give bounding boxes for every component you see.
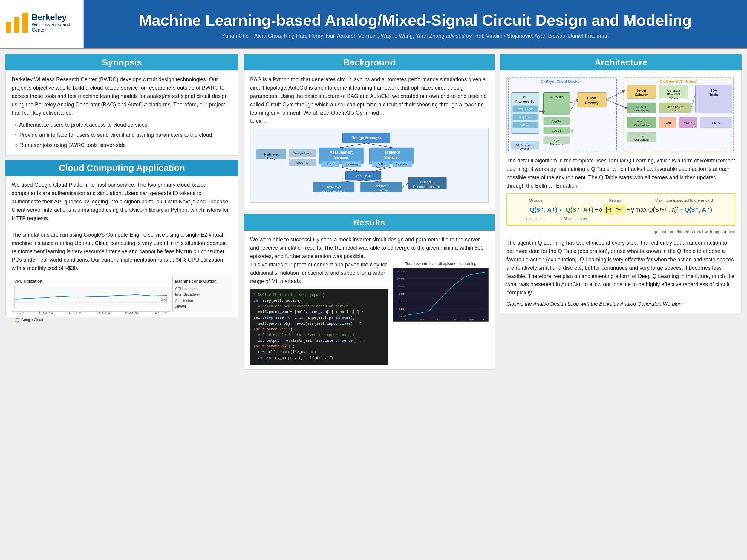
arch-svg: CktGym Client Docker CktGym GCP Project … xyxy=(507,76,735,153)
background-body: BAG is a Python tool that generates circ… xyxy=(244,71,495,210)
svg-text:Testbench: Testbench xyxy=(383,151,401,155)
right-column: Architecture CktGym Client Docker CktGym… xyxy=(500,54,742,555)
gcloud-icon xyxy=(14,317,20,323)
svg-text:-37500: -37500 xyxy=(397,285,405,288)
svg-line-45 xyxy=(342,180,363,182)
citation: gocoder.one/blog/rl-tutorial-with-openai… xyxy=(507,229,735,235)
arch-diagram: CktGym Client Docker CktGym GCP Project … xyxy=(507,76,735,153)
svg-text:Auth: Auth xyxy=(665,121,671,124)
svg-text:ML: ML xyxy=(523,95,527,99)
background-header: Background xyxy=(244,54,495,71)
synopsis-list: Authenticate users to protect access to … xyxy=(15,120,232,151)
svg-text:L1: L1 xyxy=(569,100,573,103)
middle-column: Background BAG is a Python tool that gen… xyxy=(244,54,495,555)
synopsis-item-3: Run user jobs using BWRC tools server-si… xyxy=(15,140,232,151)
arch-references: Closing the Analog Design Loop with the … xyxy=(507,300,735,308)
svg-text:BAG++: BAG++ xyxy=(637,105,646,108)
arch-text-2: The agent in Q Learning has two choices … xyxy=(507,239,735,297)
results-body2: This validates our proof-of-concept and … xyxy=(250,261,388,286)
architecture-section: Architecture CktGym Client Docker CktGym… xyxy=(500,54,742,313)
logo-text: Berkeley Wireless Research Center xyxy=(32,12,78,33)
left-column: Synopsis Berkeley Wireless Research Cent… xyxy=(5,54,238,555)
svg-text:ACNet: ACNet xyxy=(552,129,561,133)
svg-text:Developer: Developer xyxy=(667,92,680,96)
svg-line-46 xyxy=(363,180,381,182)
discount-label: Discount factor xyxy=(564,216,588,222)
svg-text:100: 100 xyxy=(420,318,424,321)
arch-label: Architecture xyxy=(175,299,194,303)
poster: Berkeley Wireless Research Center Machin… xyxy=(0,0,747,560)
future-reward-label: Maximum expected future reward xyxy=(655,197,713,204)
svg-text:Top Level: Top Level xyxy=(356,174,371,178)
svg-text:PyTorch: PyTorch xyxy=(520,123,530,127)
cpu-platform: CPU platform Intel Broadwell xyxy=(175,286,230,297)
svg-text:Manager: Manager xyxy=(334,155,349,159)
svg-line-131 xyxy=(606,91,624,100)
cpu-graph: 65% 60% xyxy=(14,286,167,310)
svg-text:library: library xyxy=(267,157,275,160)
svg-text:APIs: APIs xyxy=(672,109,678,112)
background-text-2: to cir… xyxy=(250,117,489,126)
results-body: We were able to successfully send a mock… xyxy=(244,231,495,370)
svg-text:-35000: -35000 xyxy=(397,278,405,281)
header: Berkeley Wireless Research Center Machin… xyxy=(0,0,747,49)
svg-text:EDA: EDA xyxy=(710,89,717,92)
svg-text:HDL21: HDL21 xyxy=(637,120,646,123)
svg-text:400: 400 xyxy=(470,318,474,321)
circuit-diagram-svg: Design Manager Measurement Manager Load … xyxy=(253,131,485,197)
svg-text:processing: processing xyxy=(345,163,358,166)
svg-text:Server: Server xyxy=(637,89,647,92)
advised-by: advised by xyxy=(446,33,471,39)
logo-berkeley: Berkeley xyxy=(32,12,67,22)
synopsis-text: Berkeley Wireless Research Center (BWRC)… xyxy=(12,76,232,117)
reward-label: Reward xyxy=(609,197,622,204)
svg-text:Design Manager: Design Manager xyxy=(352,136,381,140)
synopsis-header: Synopsis xyxy=(5,54,238,71)
svg-text:Generated Instance: Generated Instance xyxy=(413,185,442,188)
results-text: We were able to successfully send a mock… xyxy=(250,236,489,261)
svg-line-39 xyxy=(341,143,366,148)
svg-line-134 xyxy=(691,94,696,108)
svg-text:Spec File: Spec File xyxy=(296,161,309,164)
cpu-label: CPU Utilization xyxy=(14,278,167,284)
cloud-text-1: We used Google Cloud Platform to host ou… xyxy=(12,181,232,222)
svg-text:CktGym GCP Project: CktGym GCP Project xyxy=(660,79,698,84)
authors: Yuhan Chen, Akira Chou, King Han, Henry … xyxy=(222,33,445,39)
svg-text:-40000: -40000 xyxy=(397,293,405,295)
svg-text:Manager: Manager xyxy=(384,155,399,159)
svg-text:Simulation: Simulation xyxy=(396,163,409,166)
svg-rect-48 xyxy=(393,268,488,322)
architecture-header: Architecture xyxy=(500,54,742,71)
svg-text:RayRLib: RayRLib xyxy=(519,115,531,119)
svg-text:High level: High level xyxy=(264,153,279,156)
svg-text:L1: L1 xyxy=(569,119,573,123)
logo-block: Berkeley Wireless Research Center xyxy=(0,0,84,48)
cpu-platform-value: Intel Broadwell xyxy=(175,292,201,297)
svg-text:300: 300 xyxy=(453,318,457,321)
logo-sub: Wireless Research Center xyxy=(32,22,78,33)
results-text-2: This validates our proof-of-concept and … xyxy=(250,261,388,365)
svg-text:New: New xyxy=(554,139,560,142)
svg-text:CktGym Client Docker: CktGym Client Docker xyxy=(541,79,581,84)
synopsis-section: Synopsis Berkeley Wireless Research Cent… xyxy=(5,54,238,156)
time-labels: UTC-7 10:00 PM 10:10 PM 10:20 PM 10:30 P… xyxy=(14,310,167,315)
svg-text:Generators: Generators xyxy=(634,123,649,127)
main-content: Synopsis Berkeley Wireless Research Cent… xyxy=(0,49,747,560)
results-header: Results xyxy=(244,214,495,231)
svg-text:-45000: -45000 xyxy=(397,308,405,310)
synopsis-body: Berkeley Wireless Research Center (BWRC)… xyxy=(5,71,238,156)
results-chart-container: Total rewards over all episodes in train… xyxy=(393,261,489,322)
svg-text:AutoCkt: AutoCkt xyxy=(550,95,563,99)
cloud-body: We used Google Cloud Platform to host ou… xyxy=(5,176,238,317)
svg-text:OpenAI Gym: OpenAI Gym xyxy=(516,107,533,110)
svg-text:PDKs: PDKs xyxy=(712,121,720,124)
svg-text:0: 0 xyxy=(405,318,406,321)
cloud-section: Cloud Computing Application We used Goog… xyxy=(5,160,238,317)
results-svg: -32500 -35000 -37500 -40000 -42500 -4500… xyxy=(393,268,488,322)
main-title: Machine Learning-based Analog/Mixed-Sign… xyxy=(139,11,692,30)
google-cloud-logo: Google Cloud xyxy=(14,317,167,323)
svg-line-41 xyxy=(341,167,357,171)
svg-text:200: 200 xyxy=(436,318,440,321)
svg-text:Measurement: Measurement xyxy=(330,151,353,155)
arch-info: Architecture x86/64 xyxy=(175,298,230,309)
